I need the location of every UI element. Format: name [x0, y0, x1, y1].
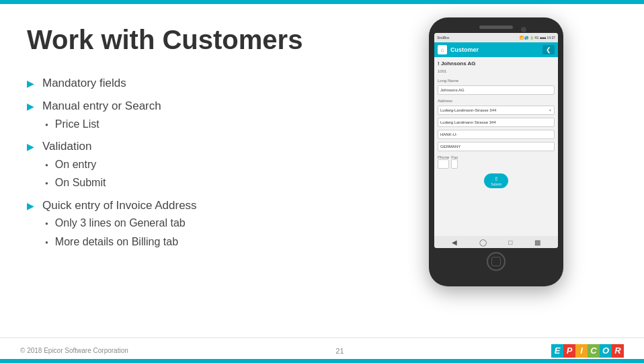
sub-bullet-price-list-text: Price List	[55, 117, 99, 132]
phone-long-name-input[interactable]: Johnsons AG	[438, 85, 555, 95]
sub-bullet-on-submit-text: On Submit	[55, 175, 106, 190]
footer-page-number: 21	[335, 347, 344, 355]
epicor-letter-r: R	[612, 344, 624, 358]
footer-logo: E P I C O R	[551, 344, 624, 358]
bullet-quick-entry: ▶ Quick entry of Invoice Address ● Only …	[27, 198, 362, 250]
sub-bullet-price-list: ● Price List	[42, 117, 161, 132]
bullet-manual-entry: ▶ Manual entry or Search ● Price List	[27, 98, 362, 132]
left-section: Work with Customers ▶ Mandatory fields ▶…	[27, 24, 362, 337]
phone-address-label: Address	[438, 99, 555, 103]
phone-address-line2-value: Ludwig Landmann Strasse 344	[440, 120, 496, 124]
bullet-quick-entry-text: Quick entry of Invoice Address	[42, 199, 197, 212]
phone-camera	[521, 27, 526, 32]
sub-dot-icon: ●	[45, 220, 48, 227]
phone-back-btn[interactable]: ◀	[452, 239, 457, 246]
phone-status-bar: SindBox 📶 🌎 🔋 4G ■■■ 14:37	[434, 33, 558, 42]
phone-address-input-2[interactable]: Ludwig Landmann Strasse 344	[438, 118, 555, 127]
phone-phone-fax-row: Phone Fax	[438, 154, 555, 169]
phone-long-name-label: Long Name	[438, 79, 555, 83]
right-section: SindBox 📶 🌎 🔋 4G ■■■ 14:37 ⌂ Customer ❮	[375, 24, 617, 337]
sub-bullet-on-entry-text: On entry	[55, 157, 96, 172]
epicor-letter-o: O	[600, 344, 612, 358]
epicor-letter-i: I	[575, 344, 588, 358]
bullet-arrow-icon: ▶	[27, 140, 34, 154]
footer-copyright: © 2018 Epicor Software Corporation	[20, 347, 128, 354]
phone-address-country-input[interactable]: GERMANY	[438, 142, 555, 151]
slide-title: Work with Customers	[27, 24, 362, 55]
phone-fax-input[interactable]	[451, 159, 458, 169]
phone-nav-back-button[interactable]: ❮	[542, 45, 555, 54]
main-content: Work with Customers ▶ Mandatory fields ▶…	[0, 4, 644, 337]
phone-nav-home-button[interactable]: ⌂	[438, 45, 447, 54]
phone-circle-btn[interactable]: ◯	[479, 239, 487, 246]
phone-form: ! Johnsons AG 1001 Long Name Johnsons AG…	[434, 57, 558, 236]
phone-address-line1-value: Ludwig-Landmann-Strasse 344	[440, 108, 496, 112]
bullet-mandatory-text: Mandatory fields	[42, 77, 126, 89]
bullet-validation-text: Validation	[42, 140, 91, 153]
phone-customer-id: 1001	[438, 69, 555, 73]
sub-bullet-only-3-lines-text: Only 3 lines on General tab	[55, 216, 186, 231]
bullet-manual-entry-text: Manual entry or Search	[42, 99, 161, 112]
epicor-letter-e: E	[551, 344, 563, 358]
phone-customer-name: ! Johnsons AG	[438, 61, 555, 67]
sub-dot-icon: ●	[45, 121, 48, 128]
sub-dot-icon: ●	[45, 179, 48, 187]
bullet-validation: ▶ Validation ● On entry ● On Submit	[27, 138, 362, 191]
phone-screen: SindBox 📶 🌎 🔋 4G ■■■ 14:37 ⌂ Customer ❮	[434, 33, 558, 248]
bullet-mandatory: ▶ Mandatory fields	[27, 75, 362, 91]
phone-nav-bar: ⌂ Customer ❮	[434, 42, 558, 57]
phone-address-city-value: HANK-U-	[440, 132, 457, 136]
sub-bullet-list-quick: ● Only 3 lines on General tab ● More det…	[42, 216, 197, 249]
bullet-arrow-icon: ▶	[27, 100, 34, 114]
sub-bullet-on-submit: ● On Submit	[42, 175, 106, 190]
sub-bullet-list-validation: ● On entry ● On Submit	[42, 157, 106, 191]
sub-bullet-more-details: ● More details on Billing tab	[42, 235, 197, 249]
epicor-letter-c: C	[588, 344, 600, 358]
slide: Work with Customers ▶ Mandatory fields ▶…	[0, 0, 644, 363]
phone-address-city-input[interactable]: HANK-U-	[438, 130, 555, 139]
phone-submit-button[interactable]: ⇧ Submit	[484, 173, 508, 188]
phone-status-left: SindBox	[437, 36, 450, 40]
phone-status-right: 📶 🌎 🔋 4G ■■■ 14:37	[520, 36, 555, 40]
sub-bullet-more-details-text: More details on Billing tab	[55, 235, 178, 249]
sub-bullet-list-manual: ● Price List	[42, 117, 161, 132]
phone-address-input-1[interactable]: Ludwig-Landmann-Strasse 344	[438, 106, 555, 115]
phone-square-btn[interactable]: □	[508, 239, 512, 246]
phone-long-name-value: Johnsons AG	[440, 88, 465, 92]
home-icon: ⌂	[441, 47, 444, 53]
bullet-list: ▶ Mandatory fields ▶ Manual entry or Sea…	[27, 75, 362, 249]
epicor-logo: E P I C O R	[551, 344, 624, 358]
phone-phone-input[interactable]	[438, 159, 449, 169]
epicor-letter-p: P	[563, 344, 575, 358]
phone-speaker	[479, 26, 513, 29]
bullet-arrow-icon: ▶	[27, 200, 34, 213]
bottom-accent-bar	[0, 359, 644, 363]
phone-mockup: SindBox 📶 🌎 🔋 4G ■■■ 14:37 ⌂ Customer ❮	[429, 17, 563, 286]
phone-submit-label: Submit	[491, 182, 501, 186]
phone-nav-title: Customer	[450, 46, 539, 53]
sub-dot-icon: ●	[45, 161, 48, 169]
sub-bullet-on-entry: ● On entry	[42, 157, 106, 172]
sub-bullet-only-3-lines: ● Only 3 lines on General tab	[42, 216, 197, 231]
phone-bottom-nav: ◀ ◯ □ ▩	[434, 236, 558, 248]
back-arrow-icon: ❮	[546, 46, 551, 53]
phone-menu-btn[interactable]: ▩	[534, 239, 540, 246]
phone-home-button[interactable]	[487, 252, 506, 271]
submit-icon: ⇧	[494, 176, 499, 182]
phone-address-country-value: GERMANY	[440, 145, 460, 149]
bullet-arrow-icon: ▶	[27, 77, 34, 91]
sub-dot-icon: ●	[45, 239, 48, 246]
phone-home-inner	[491, 257, 501, 266]
